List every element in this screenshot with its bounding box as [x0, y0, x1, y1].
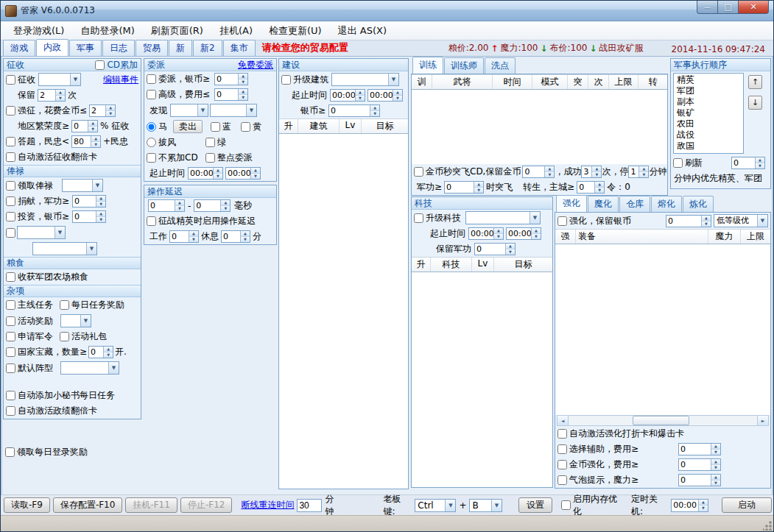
dropdown-arrow-icon[interactable] [80, 315, 91, 327]
tab-log[interactable]: 日志 [102, 40, 135, 56]
spin-down-icon[interactable] [494, 233, 503, 239]
secretary-option[interactable]: 自动添加小秘书每日任务 [6, 389, 115, 402]
memory-optimize-option[interactable]: 启用内存优化 [561, 493, 624, 518]
spin-down-icon[interactable] [699, 505, 708, 511]
discover-dropdown-1[interactable] [170, 104, 208, 117]
discover-dropdown-2[interactable] [210, 104, 257, 117]
spin-down-icon[interactable] [91, 141, 100, 147]
start-button[interactable]: 启动 [722, 497, 772, 513]
gold-enhance-option[interactable]: 金币强化，费用≥ [557, 458, 638, 471]
spin-up-icon[interactable] [96, 211, 105, 216]
spin-down-icon[interactable] [104, 352, 113, 358]
train-success-value[interactable]: 3 [582, 166, 591, 177]
levy-enable-checkbox[interactable] [6, 75, 15, 85]
daily-reward-option[interactable]: 每日任务奖励 [60, 299, 124, 311]
treasure-count-spinner[interactable]: 0 [88, 346, 113, 358]
spin-up-icon[interactable] [214, 168, 222, 173]
train-stop-value[interactable]: 1 [629, 166, 638, 177]
spin-down-icon[interactable] [56, 95, 65, 101]
scroll-right-icon[interactable] [757, 416, 768, 425]
spin-up-icon[interactable] [595, 182, 604, 187]
spin-up-icon[interactable] [592, 166, 601, 171]
spin-down-icon[interactable] [393, 95, 402, 101]
delay-max-spinner[interactable]: 0 [194, 199, 231, 212]
spin-down-icon[interactable] [251, 173, 260, 179]
boss-key1-dropdown[interactable]: Ctrl [415, 499, 456, 512]
blue-checkbox[interactable] [211, 122, 220, 132]
list-item-silver-mine[interactable]: 银矿 [675, 107, 742, 118]
spin-down-icon[interactable] [711, 480, 720, 486]
menu-check-update[interactable]: 检查更新(U) [261, 22, 330, 40]
assist-cost-spinner[interactable]: 0 [678, 443, 721, 455]
dropdown-arrow-icon[interactable] [530, 212, 540, 224]
shutdown-time-value[interactable]: 00:00 [672, 500, 698, 511]
dropdown-arrow-icon[interactable] [445, 500, 455, 511]
spin-up-icon[interactable] [221, 200, 230, 205]
build-end-spinner[interactable]: 00:00 [367, 89, 403, 102]
menu-refresh-page[interactable]: 刷新页面(R) [143, 22, 211, 40]
spin-up-icon[interactable] [104, 347, 113, 352]
dispatch-cost-spinner[interactable]: 0 [214, 88, 248, 101]
dropdown-arrow-icon[interactable] [757, 215, 767, 227]
spin-down-icon[interactable] [711, 449, 720, 455]
spin-up-icon[interactable] [639, 166, 648, 171]
refresh-option[interactable]: 刷新 [673, 157, 703, 169]
build-end-value[interactable]: 00:00 [368, 90, 393, 101]
dispatch-start-value[interactable]: 00:00 [189, 168, 213, 179]
dropdown-arrow-icon[interactable] [197, 104, 208, 116]
spin-up-icon[interactable] [756, 157, 764, 163]
build-list[interactable] [279, 134, 408, 489]
list-item-dungeon[interactable]: 副本 [675, 96, 742, 107]
force-levy-checkbox[interactable] [6, 106, 15, 116]
hang-button[interactable]: 挂机-F11 [125, 497, 177, 513]
enhance-card-option[interactable]: 自动激活强化打折卡和爆击卡 [557, 428, 684, 440]
dropdown-arrow-icon[interactable] [54, 227, 65, 238]
train-gold-spinner[interactable]: 0 [522, 166, 555, 178]
levy-double-card-option[interactable]: 自动激活征收翻倍卡 [6, 151, 97, 163]
daily-login-option[interactable]: 领取每日登录奖励 [5, 446, 88, 458]
spin-down-icon[interactable] [214, 173, 222, 179]
work-spinner[interactable]: 0 [169, 230, 199, 243]
list-item-farm[interactable]: 农田 [675, 118, 742, 130]
spin-up-icon[interactable] [711, 475, 720, 480]
no-cd-option[interactable]: 不累加CD [147, 152, 198, 164]
donate-merit-spinner[interactable]: 0 [72, 195, 106, 208]
list-item-legion[interactable]: 军团 [675, 85, 742, 96]
keep-count-spinner[interactable]: 2 [38, 89, 66, 102]
yellow-checkbox[interactable] [241, 122, 250, 132]
delay-max-value[interactable]: 0 [194, 200, 220, 211]
enhance-list[interactable] [555, 244, 770, 415]
close-button[interactable] [738, 1, 769, 14]
prosperity-value[interactable]: 0 [72, 121, 88, 132]
spin-down-icon[interactable] [639, 171, 648, 177]
spin-down-icon[interactable] [189, 236, 198, 242]
tab-military[interactable]: 军事 [69, 40, 102, 56]
main-quest-option[interactable]: 主线任务 [6, 299, 53, 311]
elite-delay-checkbox[interactable] [147, 216, 156, 226]
dispatch-end-spinner[interactable]: 00:00 [225, 167, 261, 180]
dispatch-advanced-checkbox[interactable] [147, 90, 156, 99]
spin-up-icon[interactable] [106, 105, 115, 110]
salary-extra-option[interactable] [6, 228, 15, 238]
quiz-checkbox[interactable] [6, 137, 15, 146]
bubble-option[interactable]: 气泡提示，魔力≥ [557, 474, 638, 486]
tab-new[interactable]: 新 [169, 40, 192, 56]
delay-min-value[interactable]: 0 [149, 200, 175, 211]
loyalty-spinner[interactable]: 80 [71, 135, 101, 148]
menu-auto-login[interactable]: 自助登录(M) [72, 22, 142, 40]
prosperity-spinner[interactable]: 0 [71, 120, 98, 132]
minimize-button[interactable] [697, 1, 717, 14]
bubble-magic-value[interactable]: 0 [679, 475, 711, 486]
spin-down-icon[interactable] [592, 171, 601, 177]
spin-up-icon[interactable] [506, 244, 515, 249]
dispatch-silver-option[interactable]: 委派，银币≥ [147, 73, 210, 85]
assist-option[interactable]: 选择辅助，费用≥ [557, 443, 638, 455]
cloak-option[interactable]: 披风 [147, 136, 176, 149]
refresh-checkbox[interactable] [673, 158, 683, 168]
donate-option[interactable]: 捐献，军功≥ [6, 195, 69, 208]
assist-cost-value[interactable]: 0 [679, 444, 711, 455]
spin-up-icon[interactable] [545, 166, 554, 171]
free-dispatch-link[interactable]: 免费委派 [238, 59, 273, 71]
yellow-option[interactable]: 黄 [241, 121, 261, 133]
no-cd-checkbox[interactable] [147, 153, 156, 163]
